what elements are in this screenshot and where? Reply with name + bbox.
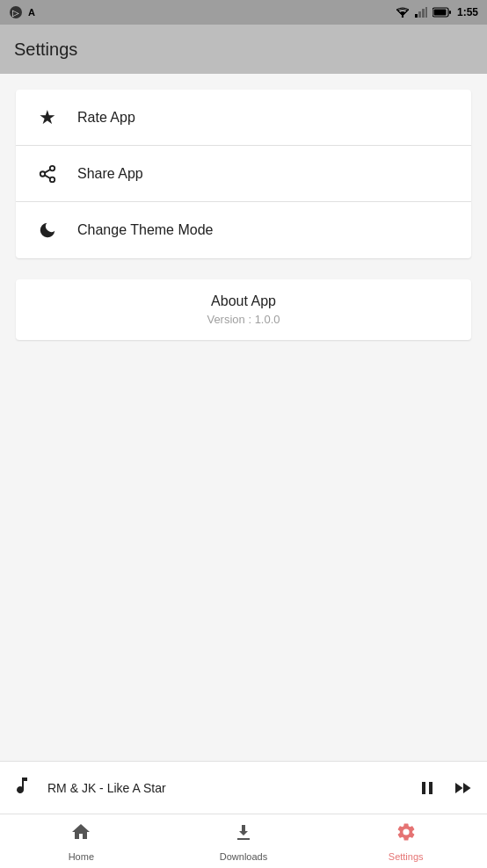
svg-rect-5 xyxy=(422,9,425,18)
svg-rect-8 xyxy=(433,10,446,16)
now-playing-bar: RM & JK - Like A Star xyxy=(0,761,487,814)
svg-point-2 xyxy=(402,16,403,18)
svg-line-14 xyxy=(45,169,50,172)
nav-home-label: Home xyxy=(69,851,94,862)
app-bar: Settings xyxy=(0,25,487,74)
svg-text:▷: ▷ xyxy=(12,8,19,18)
share-app-item[interactable]: Share App xyxy=(16,146,471,202)
downloads-icon xyxy=(233,821,254,848)
about-version: Version : 1.0.0 xyxy=(30,313,457,326)
about-section: About App Version : 1.0.0 xyxy=(16,279,471,340)
playback-controls xyxy=(417,778,473,799)
pause-button[interactable] xyxy=(417,778,438,799)
status-bar: ▷ A 1:55 xyxy=(0,0,487,25)
svg-rect-9 xyxy=(449,11,451,14)
star-icon: ★ xyxy=(33,104,62,132)
app-icon: ▷ xyxy=(9,5,23,19)
nav-downloads[interactable]: Downloads xyxy=(163,814,325,868)
now-playing-title: RM & JK - Like A Star xyxy=(47,781,417,795)
home-icon xyxy=(70,821,91,848)
share-icon xyxy=(33,160,62,188)
signal-icon xyxy=(415,7,427,18)
rate-app-item[interactable]: ★ Rate App xyxy=(16,90,471,146)
fast-forward-button[interactable] xyxy=(452,778,473,799)
share-app-label: Share App xyxy=(77,166,143,182)
nav-settings[interactable]: Settings xyxy=(324,814,487,868)
status-bar-left: ▷ A xyxy=(9,5,35,19)
bottom-nav: Home Downloads Settings xyxy=(0,814,487,868)
nav-home[interactable]: Home xyxy=(0,814,163,868)
status-bar-right: 1:55 xyxy=(396,6,478,18)
svg-rect-6 xyxy=(425,7,427,18)
battery-icon xyxy=(432,7,452,18)
music-note-icon xyxy=(14,775,35,801)
main-content: ★ Rate App Share App Change Th xyxy=(0,74,487,761)
rate-app-label: Rate App xyxy=(77,110,135,126)
page-title: Settings xyxy=(14,40,77,60)
svg-rect-3 xyxy=(415,14,418,18)
change-theme-label: Change Theme Mode xyxy=(77,222,213,238)
wifi-icon xyxy=(396,7,410,18)
time-display: 1:55 xyxy=(457,6,478,18)
nav-downloads-label: Downloads xyxy=(220,851,267,862)
svg-line-13 xyxy=(45,175,50,178)
nav-settings-label: Settings xyxy=(389,851,424,862)
change-theme-item[interactable]: Change Theme Mode xyxy=(16,202,471,258)
moon-icon xyxy=(33,216,62,244)
svg-rect-4 xyxy=(418,11,421,18)
about-title: About App xyxy=(30,293,457,309)
settings-card: ★ Rate App Share App Change Th xyxy=(16,90,471,258)
settings-icon xyxy=(396,821,417,848)
text-indicator: A xyxy=(28,7,35,18)
